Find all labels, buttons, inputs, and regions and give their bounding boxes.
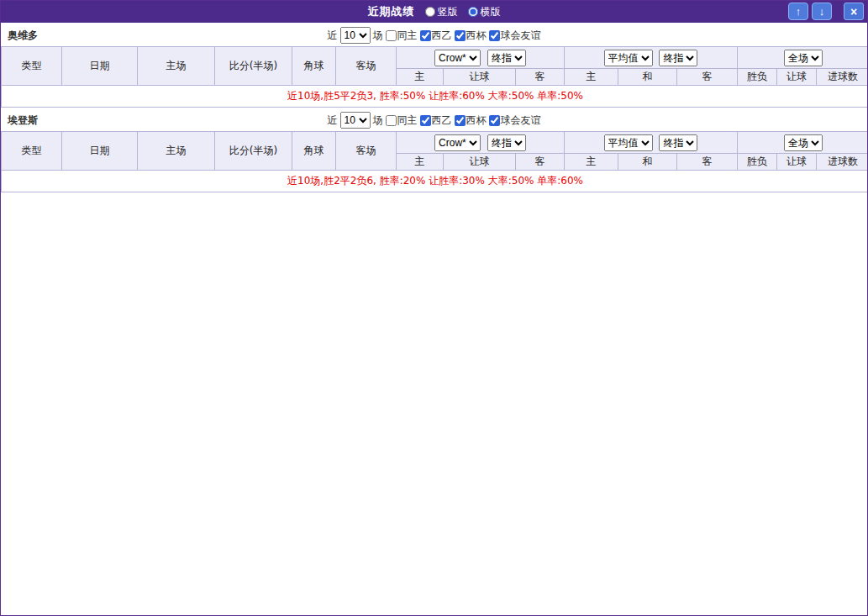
team-section-eldense: 埃登斯 近 10 场 同主 西乙 西杯 球会 bbox=[1, 109, 867, 192]
league-filter-friendly[interactable]: 球会友谊 bbox=[489, 113, 541, 128]
team-name: 奥维多 bbox=[8, 29, 38, 43]
copa-checkbox[interactable] bbox=[455, 30, 466, 41]
col-header-type: 类型 bbox=[2, 47, 62, 86]
avg-group-header: 平均值 终指 bbox=[565, 132, 738, 154]
sub-header-handicap-result: 让球 bbox=[777, 154, 817, 171]
sub-header-avg-away: 客 bbox=[677, 69, 738, 86]
odds-kind-select[interactable]: 终指 bbox=[487, 50, 526, 66]
sub-header-result: 胜负 bbox=[738, 154, 777, 171]
team-section-oviedo: 奥维多 近 10 场 同主 西乙 西杯 球会 bbox=[1, 24, 867, 108]
segunda-label: 西乙 bbox=[432, 29, 452, 43]
filter-group: 近 10 场 同主 西乙 西杯 球会友谊 bbox=[328, 112, 541, 129]
league-filter-copa[interactable]: 西杯 bbox=[455, 113, 487, 128]
window-buttons: ↑ ↓ × bbox=[788, 3, 864, 20]
avg-group-header: 平均值 终指 bbox=[565, 47, 738, 69]
vertical-layout-radio[interactable] bbox=[425, 7, 435, 17]
col-header-away: 客场 bbox=[336, 47, 397, 86]
friendly-label: 球会友谊 bbox=[501, 113, 541, 128]
sub-header-result: 胜负 bbox=[738, 69, 777, 86]
summary-row: 近10场,胜5平2负3, 胜率:50% 让胜率:60% 大率:50% 单率:50… bbox=[2, 86, 868, 108]
col-header-date: 日期 bbox=[62, 47, 138, 86]
odds-group-header: Crow* 终指 bbox=[397, 47, 565, 69]
horizontal-layout-radio[interactable] bbox=[468, 7, 478, 17]
odds-kind-select[interactable]: 终指 bbox=[487, 134, 526, 151]
avg-source-select[interactable]: 平均值 bbox=[604, 50, 653, 66]
match-count-select[interactable]: 10 bbox=[340, 112, 371, 129]
league-filter-segunda[interactable]: 西乙 bbox=[420, 113, 452, 128]
sub-header-avg-away: 客 bbox=[677, 154, 738, 171]
sub-header-goals: 进球数 bbox=[817, 69, 868, 86]
title-group: 近期战绩 竖版 横版 bbox=[368, 4, 501, 19]
col-header-corner: 角球 bbox=[292, 132, 336, 171]
odds-group-header: Crow* 终指 bbox=[397, 132, 565, 154]
scroll-down-button[interactable]: ↓ bbox=[812, 3, 832, 20]
friendly-label: 球会友谊 bbox=[501, 29, 541, 43]
sub-header-home-odds: 主 bbox=[397, 154, 444, 171]
filter-group: 近 10 场 同主 西乙 西杯 球会友谊 bbox=[328, 27, 541, 44]
titlebar: 近期战绩 竖版 横版 ↑ ↓ × bbox=[1, 1, 867, 23]
league-filter-friendly[interactable]: 球会友谊 bbox=[489, 29, 541, 43]
copa-label: 西杯 bbox=[466, 29, 487, 43]
games-label: 场 bbox=[373, 29, 383, 43]
col-header-corner: 角球 bbox=[292, 47, 336, 86]
copa-checkbox[interactable] bbox=[455, 115, 466, 126]
horizontal-layout-label: 横版 bbox=[481, 5, 501, 19]
sub-header-home-odds: 主 bbox=[397, 69, 444, 86]
same-home-checkbox[interactable] bbox=[386, 115, 397, 126]
sub-header-avg-home: 主 bbox=[565, 69, 618, 86]
close-button[interactable]: × bbox=[844, 3, 864, 20]
league-filter-copa[interactable]: 西杯 bbox=[455, 29, 487, 43]
results-table: 类型 日期 主场 比分(半场) 角球 客场 Crow* 终指 平均值 终指 bbox=[1, 46, 868, 108]
copa-label: 西杯 bbox=[466, 113, 487, 128]
layout-option-vertical[interactable]: 竖版 bbox=[425, 5, 458, 19]
section-controls: 埃登斯 近 10 场 同主 西乙 西杯 球会 bbox=[1, 109, 867, 131]
col-header-away: 客场 bbox=[336, 132, 397, 171]
recent-results-panel: 近期战绩 竖版 横版 ↑ ↓ × 奥维多 近 10 场 bbox=[0, 0, 868, 616]
friendly-checkbox[interactable] bbox=[489, 30, 500, 41]
avg-kind-select[interactable]: 终指 bbox=[659, 50, 697, 66]
same-home-label: 同主 bbox=[397, 29, 418, 43]
same-home-label: 同主 bbox=[397, 113, 418, 128]
match-count-select[interactable]: 10 bbox=[340, 27, 371, 44]
same-home-option[interactable]: 同主 bbox=[386, 113, 418, 128]
avg-source-select[interactable]: 平均值 bbox=[604, 134, 653, 151]
header-group-row: 类型 日期 主场 比分(半场) 角球 客场 Crow* 终指 平均值 终指 bbox=[2, 132, 868, 154]
sub-header-away-odds: 客 bbox=[516, 69, 565, 86]
same-home-option[interactable]: 同主 bbox=[386, 29, 418, 43]
col-header-home: 主场 bbox=[138, 47, 215, 86]
sub-header-goals: 进球数 bbox=[817, 154, 868, 171]
sub-header-avg-home: 主 bbox=[565, 154, 618, 171]
odds-source-select[interactable]: Crow* bbox=[434, 50, 481, 66]
col-header-score: 比分(半场) bbox=[215, 132, 292, 171]
results-table: 类型 日期 主场 比分(半场) 角球 客场 Crow* 终指 平均值 终指 bbox=[1, 131, 868, 192]
col-header-date: 日期 bbox=[62, 132, 138, 171]
fullmatch-select[interactable]: 全场 bbox=[784, 134, 823, 151]
team-name: 埃登斯 bbox=[8, 113, 38, 128]
sub-header-handicap: 让球 bbox=[444, 69, 516, 86]
summary-row: 近10场,胜2平2负6, 胜率:20% 让胜率:30% 大率:50% 单率:60… bbox=[2, 171, 868, 192]
sub-header-handicap: 让球 bbox=[444, 154, 516, 171]
col-header-type: 类型 bbox=[2, 132, 62, 171]
layout-option-horizontal[interactable]: 横版 bbox=[468, 5, 501, 19]
section-summary: 近10场,胜2平2负6, 胜率:20% 让胜率:30% 大率:50% 单率:60… bbox=[2, 171, 868, 192]
avg-kind-select[interactable]: 终指 bbox=[659, 134, 697, 151]
vertical-layout-label: 竖版 bbox=[438, 5, 458, 19]
scroll-up-button[interactable]: ↑ bbox=[788, 3, 808, 20]
fullmatch-select[interactable]: 全场 bbox=[784, 50, 823, 66]
segunda-checkbox[interactable] bbox=[420, 115, 431, 126]
col-header-score: 比分(半场) bbox=[215, 47, 292, 86]
fullmatch-group-header: 全场 bbox=[738, 47, 868, 69]
near-label: 近 bbox=[328, 113, 338, 128]
friendly-checkbox[interactable] bbox=[489, 115, 500, 126]
league-filter-segunda[interactable]: 西乙 bbox=[420, 29, 452, 43]
header-group-row: 类型 日期 主场 比分(半场) 角球 客场 Crow* 终指 平均值 终指 bbox=[2, 47, 868, 69]
odds-source-select[interactable]: Crow* bbox=[434, 134, 481, 151]
sub-header-avg-draw: 和 bbox=[618, 69, 677, 86]
fullmatch-group-header: 全场 bbox=[738, 132, 868, 154]
sub-header-handicap-result: 让球 bbox=[777, 69, 817, 86]
section-controls: 奥维多 近 10 场 同主 西乙 西杯 球会 bbox=[1, 24, 867, 46]
col-header-home: 主场 bbox=[138, 132, 215, 171]
segunda-checkbox[interactable] bbox=[420, 30, 431, 41]
near-label: 近 bbox=[328, 29, 338, 43]
same-home-checkbox[interactable] bbox=[386, 30, 397, 41]
